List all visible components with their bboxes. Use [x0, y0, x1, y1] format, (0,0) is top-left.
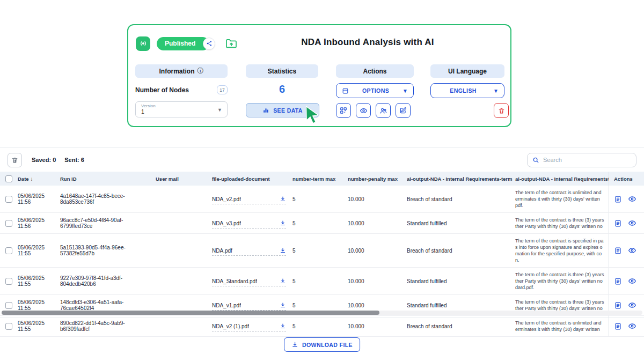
version-select-label: Version — [141, 104, 222, 108]
download-file-icon[interactable] — [280, 220, 286, 226]
cell-user-mail — [156, 247, 212, 254]
cell-penalty-max: 10.000 — [348, 320, 407, 333]
share-button[interactable] — [203, 38, 215, 50]
app-icon-badge — [136, 36, 150, 51]
cell-run-id: 96acc8c7-e50d-4f84-90af-6799ffed73ce — [60, 213, 156, 233]
version-select-value: 1 — [141, 108, 222, 115]
share-icon — [206, 40, 213, 47]
report-icon[interactable] — [614, 322, 622, 330]
status-pill[interactable]: Published — [157, 37, 209, 50]
row-checkbox[interactable] — [5, 323, 12, 330]
row-checkbox[interactable] — [5, 247, 12, 254]
cell-req-term: Standard fulfilled — [407, 217, 515, 230]
bar-chart-icon — [262, 107, 269, 114]
options-dropdown[interactable]: OPTIONS ▼ — [336, 83, 414, 98]
statistics-count: 6 — [246, 83, 318, 95]
column-header-date[interactable]: Date↓ — [18, 176, 60, 182]
download-file-icon[interactable] — [280, 278, 286, 284]
download-file-button[interactable]: DOWNLOAD FILE — [284, 337, 360, 352]
report-icon[interactable] — [614, 219, 622, 227]
column-header-file[interactable]: file-uploaded-document — [212, 176, 292, 182]
preview-button[interactable] — [356, 103, 371, 118]
results-table: Saved: 0 Sent: 6 Date↓ Run ID User mail … — [0, 148, 644, 318]
options-icon — [342, 87, 349, 94]
number-of-nodes-label: Number of Nodes — [135, 86, 189, 94]
section-header-information: Information ⓘ — [135, 64, 228, 78]
search-box[interactable] — [527, 153, 636, 167]
view-icon[interactable] — [628, 246, 636, 255]
sort-desc-icon: ↓ — [31, 176, 33, 182]
info-icon[interactable]: ⓘ — [197, 67, 204, 76]
view-icon[interactable] — [628, 219, 636, 227]
cell-req-term: Breach of standard — [407, 320, 515, 333]
row-checkbox[interactable] — [5, 196, 12, 203]
view-icon[interactable] — [628, 195, 636, 203]
page-title: NDA Inbound Analysis with AI — [225, 37, 510, 48]
language-dropdown[interactable]: ENGLISH ▼ — [430, 83, 504, 98]
view-icon[interactable] — [628, 277, 636, 285]
row-checkbox[interactable] — [5, 220, 12, 227]
cell-date: 05/06/2025 11:55 — [18, 241, 60, 260]
broadcast-icon — [139, 39, 148, 48]
cell-req-term: Breach of standard — [407, 193, 515, 206]
cell-term-max: 5 — [292, 320, 348, 333]
select-all-checkbox[interactable] — [5, 175, 12, 182]
file-name: NDA_Standard.pdf — [212, 278, 257, 284]
saved-count: Saved: 0 — [32, 157, 56, 163]
cell-run-id: 4a1648ae-147f-4c85-bece-8da853ce736f — [60, 189, 156, 209]
search-input[interactable] — [543, 157, 631, 163]
section-header-actions: Actions — [336, 64, 414, 78]
workflow-button[interactable] — [336, 103, 351, 118]
horizontal-scrollbar[interactable] — [2, 311, 642, 315]
column-header-req-term[interactable]: ai-output-NDA - Internal Requirements-te… — [407, 176, 515, 182]
action-icon-buttons — [336, 103, 411, 118]
cell-date: 05/06/2025 11:56 — [18, 189, 60, 209]
column-header-term-max[interactable]: number-term max — [292, 176, 348, 182]
column-header-penalty-max[interactable]: number-penalty max — [348, 176, 407, 182]
cell-req-term: Standard fulfilled — [407, 299, 515, 312]
report-icon[interactable] — [614, 195, 622, 203]
cell-actions — [609, 186, 644, 212]
report-icon[interactable] — [614, 247, 622, 255]
column-header-run-id[interactable]: Run ID — [60, 176, 156, 182]
nodes-count-badge: 17 — [217, 85, 228, 94]
version-select[interactable]: Version 1 ▼ — [135, 101, 228, 117]
actions-header-label: Actions — [363, 68, 386, 75]
cell-run-id: 890cd822-dd1f-4a5c-9ab9-b6f309fadfcf — [60, 316, 156, 336]
download-file-icon[interactable] — [280, 323, 286, 329]
edit-icon — [399, 107, 407, 114]
row-checkbox[interactable] — [5, 302, 12, 309]
cell-user-mail — [156, 322, 212, 330]
users-button[interactable] — [376, 103, 391, 118]
file-name: NDA_v2 (1).pdf — [212, 323, 249, 329]
number-of-nodes-row: Number of Nodes 17 — [135, 85, 228, 94]
table-row: 05/06/2025 11:55 5a151393-90d5-4f4a-96ee… — [0, 234, 644, 268]
users-icon — [379, 107, 387, 115]
information-header-label: Information — [159, 68, 195, 75]
column-header-actions: Actions — [609, 172, 644, 186]
status-pill-label: Published — [165, 40, 195, 47]
download-file-icon[interactable] — [280, 196, 286, 202]
delete-selected-button[interactable] — [8, 153, 22, 167]
cell-user-mail — [156, 277, 212, 285]
report-icon[interactable] — [614, 301, 622, 309]
scrollbar-thumb[interactable] — [2, 311, 379, 315]
cell-req-text: The term of the contract is specified in… — [515, 234, 609, 267]
trash-icon — [498, 107, 505, 114]
download-file-icon[interactable] — [280, 302, 286, 308]
file-name: NDA.pdf — [212, 248, 232, 254]
view-icon[interactable] — [628, 322, 636, 330]
column-header-user-mail[interactable]: User mail — [156, 176, 212, 182]
column-header-req-term2[interactable]: ai-output-NDA - Internal Requirementster… — [515, 176, 609, 182]
report-icon[interactable] — [614, 277, 622, 285]
cell-user-mail — [156, 195, 212, 203]
cell-file: NDA_v1.pdf — [212, 302, 286, 311]
download-file-icon[interactable] — [280, 247, 286, 254]
table-header-row: Date↓ Run ID User mail file-uploaded-doc… — [0, 172, 644, 186]
delete-workflow-button[interactable] — [494, 103, 509, 118]
see-data-button[interactable]: SEE DATA — [246, 103, 319, 117]
row-checkbox[interactable] — [5, 278, 12, 285]
edit-button[interactable] — [396, 103, 411, 118]
search-icon — [532, 157, 539, 164]
view-icon[interactable] — [628, 301, 636, 309]
